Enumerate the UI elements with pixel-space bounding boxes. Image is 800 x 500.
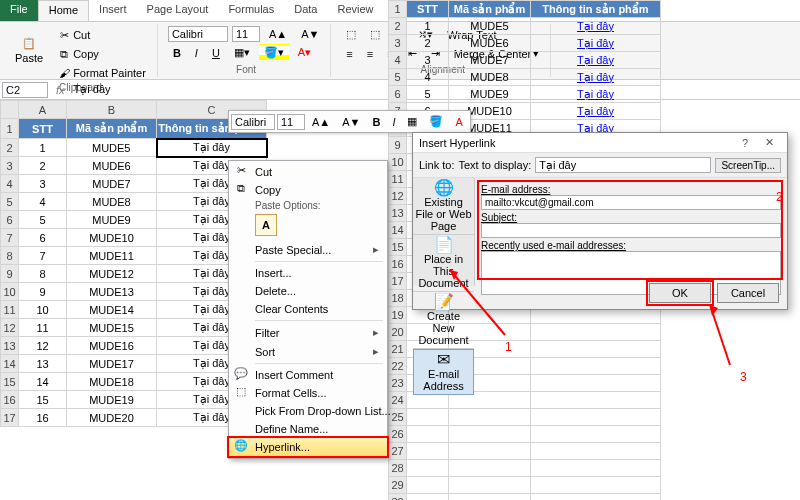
- row-header[interactable]: 15: [389, 239, 407, 256]
- row-header[interactable]: 5: [1, 193, 19, 211]
- tab-page-layout[interactable]: Page Layout: [137, 0, 219, 21]
- cell[interactable]: MUDE7: [67, 175, 157, 193]
- cell[interactable]: 6: [19, 229, 67, 247]
- tab-data[interactable]: Data: [284, 0, 327, 21]
- bold-button[interactable]: B: [168, 45, 186, 61]
- align-left-button[interactable]: ≡: [341, 46, 357, 62]
- cell[interactable]: 5: [19, 211, 67, 229]
- mini-font-input[interactable]: [231, 114, 275, 130]
- table-header-cell[interactable]: STT: [19, 119, 67, 139]
- mini-grow-font[interactable]: A▲: [307, 114, 335, 130]
- row-header[interactable]: 1: [1, 119, 19, 139]
- format-painter-button[interactable]: 🖌Format Painter: [52, 64, 151, 82]
- row-header[interactable]: 3: [389, 35, 407, 52]
- col-header-a[interactable]: A: [19, 101, 67, 119]
- mini-fontcolor[interactable]: A: [450, 114, 467, 130]
- row-header[interactable]: 6: [1, 211, 19, 229]
- tab-insert[interactable]: Insert: [89, 0, 137, 21]
- row-header[interactable]: 27: [389, 443, 407, 460]
- cell[interactable]: MUDE15: [67, 319, 157, 337]
- fill-color-button[interactable]: 🪣▾: [259, 44, 289, 61]
- ctx-hyperlink[interactable]: 🌐Hyperlink...: [227, 436, 389, 458]
- tab-home[interactable]: Home: [38, 0, 89, 21]
- cell[interactable]: Tại đây: [157, 139, 267, 157]
- font-color-button[interactable]: A▾: [293, 44, 316, 61]
- cell[interactable]: MUDE8: [67, 193, 157, 211]
- cell[interactable]: MUDE9: [449, 86, 531, 103]
- paste-option-a[interactable]: A: [255, 214, 277, 236]
- row-header[interactable]: 10: [1, 283, 19, 301]
- cell[interactable]: MUDE5: [449, 18, 531, 35]
- hyperlink-cell[interactable]: Tại đây: [531, 69, 661, 86]
- cell[interactable]: 13: [19, 355, 67, 373]
- cancel-button[interactable]: Cancel: [717, 283, 779, 303]
- ctx-copy[interactable]: ⧉Copy: [229, 181, 387, 199]
- ok-button[interactable]: OK: [649, 283, 711, 303]
- row-header[interactable]: 19: [389, 307, 407, 324]
- tab-review[interactable]: Review: [327, 0, 383, 21]
- cell[interactable]: MUDE12: [67, 265, 157, 283]
- hyperlink-cell[interactable]: Tại đây: [531, 18, 661, 35]
- cell[interactable]: 16: [19, 409, 67, 427]
- cell[interactable]: 7: [19, 247, 67, 265]
- table-header-cell[interactable]: Mã sản phẩm: [67, 119, 157, 139]
- paste-button[interactable]: 📋 Paste: [10, 34, 48, 74]
- font-name-input[interactable]: [168, 26, 228, 42]
- row-header[interactable]: 17: [389, 273, 407, 290]
- cell[interactable]: 4: [19, 193, 67, 211]
- cell[interactable]: MUDE11: [67, 247, 157, 265]
- row-header[interactable]: 30: [389, 494, 407, 501]
- ctx-pick-from-list[interactable]: Pick From Drop-down List...: [229, 402, 387, 420]
- row-header[interactable]: 13: [389, 205, 407, 222]
- tab-file[interactable]: File: [0, 0, 38, 21]
- row-header[interactable]: 11: [1, 301, 19, 319]
- linkto-existing-file[interactable]: 🌐Existing File or Web Page: [413, 178, 474, 235]
- row-header[interactable]: 14: [389, 222, 407, 239]
- copy-button[interactable]: ⧉Copy: [52, 45, 151, 63]
- row-header[interactable]: 2: [389, 18, 407, 35]
- hyperlink-cell[interactable]: Tại đây: [531, 52, 661, 69]
- cell[interactable]: 11: [19, 319, 67, 337]
- row-header[interactable]: 12: [1, 319, 19, 337]
- mini-italic[interactable]: I: [387, 114, 400, 130]
- col-header-b[interactable]: B: [67, 101, 157, 119]
- font-size-input[interactable]: [232, 26, 260, 42]
- row-header[interactable]: 20: [389, 324, 407, 341]
- cell[interactable]: 3: [19, 175, 67, 193]
- cell[interactable]: 12: [19, 337, 67, 355]
- align-center-button[interactable]: ≡: [362, 46, 378, 62]
- subject-input[interactable]: [481, 223, 781, 238]
- ctx-cut[interactable]: ✂Cut: [229, 163, 387, 181]
- align-top-button[interactable]: ⬚: [341, 26, 361, 43]
- row-header[interactable]: 13: [1, 337, 19, 355]
- cell[interactable]: MUDE9: [67, 211, 157, 229]
- hyperlink-cell[interactable]: Tại đây: [531, 86, 661, 103]
- row-header[interactable]: 25: [389, 409, 407, 426]
- ctx-insert-comment[interactable]: 💬Insert Comment: [229, 366, 387, 384]
- cell[interactable]: 1: [19, 139, 67, 157]
- row-header[interactable]: 3: [1, 157, 19, 175]
- row-header[interactable]: 7: [1, 229, 19, 247]
- fx-icon[interactable]: fx: [50, 84, 71, 96]
- cell[interactable]: 4: [407, 69, 449, 86]
- italic-button[interactable]: I: [190, 45, 203, 61]
- ctx-paste-special[interactable]: Paste Special...▸: [229, 240, 387, 259]
- linkto-email-address[interactable]: ✉E-mail Address: [413, 349, 474, 395]
- row-header[interactable]: 17: [1, 409, 19, 427]
- linkto-create-new[interactable]: 📝Create New Document: [413, 292, 474, 349]
- cell[interactable]: MUDE10: [67, 229, 157, 247]
- row-header[interactable]: 24: [389, 392, 407, 409]
- row-header[interactable]: 28: [389, 460, 407, 477]
- linkto-place-in-doc[interactable]: 📄Place in This Document: [413, 235, 474, 292]
- ctx-insert[interactable]: Insert...: [229, 264, 387, 282]
- row-header[interactable]: 5: [389, 69, 407, 86]
- cell[interactable]: 9: [19, 283, 67, 301]
- cell[interactable]: MUDE6: [449, 35, 531, 52]
- row-header[interactable]: 4: [1, 175, 19, 193]
- cell[interactable]: 10: [19, 301, 67, 319]
- cell[interactable]: MUDE16: [67, 337, 157, 355]
- row-header[interactable]: 29: [389, 477, 407, 494]
- mini-shrink-font[interactable]: A▼: [337, 114, 365, 130]
- cell[interactable]: 5: [407, 86, 449, 103]
- cell[interactable]: MUDE14: [67, 301, 157, 319]
